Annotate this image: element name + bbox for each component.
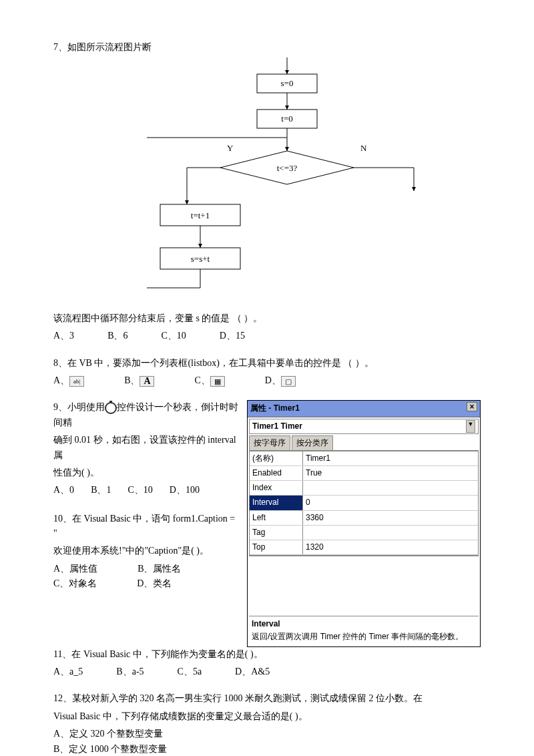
q7-opt-d: D、15 bbox=[220, 329, 245, 343]
q10-opt-d: D、类名 bbox=[137, 576, 172, 591]
properties-window: 属性 - Timer1 × Timer1 Timer ▼ 按字母序 按分类序 (… bbox=[247, 400, 481, 646]
desc-body: 返回/设置两次调用 Timer 控件的 Timer 事件间隔的毫秒数。 bbox=[252, 632, 463, 641]
q7-opt-b: B、6 bbox=[107, 329, 127, 343]
q9-opt-a: A、0 bbox=[53, 483, 74, 498]
q8-opt-d: D、▢ bbox=[265, 373, 296, 388]
q8-opt-c: C、▦ bbox=[194, 373, 224, 388]
question-8: 8、在 VB 中，要添加一个列表框(listbox)，在工具箱中要单击的控件是 … bbox=[53, 356, 481, 389]
q11-opt-d: D、A&5 bbox=[235, 665, 270, 679]
shape-icon: ▢ bbox=[281, 376, 296, 387]
flow-y-label: Y bbox=[227, 143, 234, 153]
question-12: 12、某校对新入学的 320 名高一男生实行 1000 米耐久跑测试，测试成绩保… bbox=[53, 691, 481, 756]
properties-title-text: 属性 - Timer1 bbox=[250, 402, 300, 415]
q7-opt-a: A、3 bbox=[53, 329, 74, 343]
q11-opt-a: A、a_5 bbox=[53, 665, 83, 679]
q12-line1: 12、某校对新入学的 320 名高一男生实行 1000 米耐久跑测试，测试成绩保… bbox=[53, 691, 481, 706]
q9-q10-row: 9、小明使用控件设计一个秒表，倒计时时间精 确到 0.01 秒，如右图，设置该控… bbox=[53, 400, 481, 646]
question-11: 11、在 Visual Basic 中，下列能作为变量名的是( )。 A、a_5… bbox=[53, 647, 481, 680]
properties-grid: (名称)Timer1 EnabledTrue Index Interval0 L… bbox=[249, 451, 479, 556]
prop-row-name[interactable]: (名称)Timer1 bbox=[250, 451, 478, 466]
question-10: 10、在 Visual Basic 中，语句 form1.Caption = "… bbox=[53, 512, 240, 592]
flow-s0: s=0 bbox=[281, 78, 294, 88]
tab-alphabetic[interactable]: 按字母序 bbox=[249, 435, 290, 450]
q7-title: 7、如图所示流程图片断 bbox=[53, 40, 481, 55]
q9-line2: 确到 0.01 秒，如右图，设置该控件的 interval 属 bbox=[53, 433, 240, 463]
q11-opt-b: B、a-5 bbox=[116, 665, 144, 679]
q10-line1: 10、在 Visual Basic 中，语句 form1.Caption = " bbox=[53, 512, 240, 542]
q11-opt-c: C、5a bbox=[178, 665, 202, 679]
q7-after: 该流程图中循环部分结束后，变量 s 的值是 （ ）。 bbox=[53, 311, 481, 326]
q8-opt-b: B、A bbox=[124, 373, 154, 388]
q7-opt-c: C、10 bbox=[161, 329, 186, 343]
q10-opt-a: A、属性值 bbox=[53, 562, 97, 576]
listbox-icon: ▦ bbox=[210, 376, 225, 387]
prop-row-left[interactable]: Left3360 bbox=[250, 511, 478, 526]
prop-row-interval[interactable]: Interval0 bbox=[250, 496, 478, 510]
flow-step2: s=s+t bbox=[191, 254, 210, 264]
properties-tabs: 按字母序 按分类序 bbox=[249, 435, 479, 451]
object-combo-text: Timer1 Timer bbox=[252, 420, 302, 433]
q11-text: 11、在 Visual Basic 中，下列能作为变量名的是( )。 bbox=[53, 647, 481, 662]
q9-opt-b: B、1 bbox=[91, 483, 111, 498]
tab-categorized[interactable]: 按分类序 bbox=[292, 435, 333, 450]
flow-n-label: N bbox=[360, 143, 367, 153]
prop-row-tag[interactable]: Tag bbox=[250, 526, 478, 540]
chevron-down-icon[interactable]: ▼ bbox=[466, 420, 475, 433]
q10-options-row1: A、属性值 B、属性名 bbox=[53, 562, 240, 576]
q9-line1: 9、小明使用控件设计一个秒表，倒计时时间精 bbox=[53, 400, 240, 430]
flowchart: s=0 t=0 t<=3? Y N t=t+1 s=s+t bbox=[147, 57, 481, 303]
q11-options: A、a_5 B、a-5 C、5a D、A&5 bbox=[53, 665, 481, 679]
prop-row-enabled[interactable]: EnabledTrue bbox=[250, 466, 478, 481]
q9-opt-c: C、10 bbox=[127, 483, 152, 498]
q12-opt-a: A、定义 320 个整数型变量 bbox=[53, 727, 481, 741]
object-combo[interactable]: Timer1 Timer ▼ bbox=[249, 419, 479, 434]
question-7: 7、如图所示流程图片断 s=0 t=0 t<=3? Y bbox=[53, 40, 481, 344]
prop-row-top[interactable]: Top1320 bbox=[250, 540, 478, 555]
q10-opt-b: B、属性名 bbox=[138, 562, 181, 576]
q12-line2: Visual Basic 中，下列存储成绩数据的变量定义最合适的是( )。 bbox=[53, 709, 481, 724]
q9-opt-d: D、100 bbox=[170, 483, 200, 498]
properties-blank-area bbox=[249, 556, 479, 616]
timer-icon bbox=[105, 402, 117, 414]
flow-cond: t<=3? bbox=[277, 163, 298, 173]
q7-options: A、3 B、6 C、10 D、15 bbox=[53, 329, 481, 343]
label-icon: A bbox=[140, 376, 154, 387]
close-icon[interactable]: × bbox=[467, 402, 477, 411]
textbox-icon: ab| bbox=[69, 376, 84, 387]
q9-options: A、0 B、1 C、10 D、100 bbox=[53, 483, 240, 498]
properties-titlebar: 属性 - Timer1 × bbox=[248, 401, 480, 417]
q8-options: A、ab| B、A C、▦ D、▢ bbox=[53, 373, 481, 388]
flow-step1: t=t+1 bbox=[191, 210, 210, 220]
q10-line2: 欢迎使用本系统!"中的"Caption"是( )。 bbox=[53, 544, 240, 558]
flowchart-svg: s=0 t=0 t<=3? Y N t=t+1 s=s+t bbox=[147, 57, 427, 298]
desc-title: Interval bbox=[252, 618, 476, 630]
q9-line3: 性值为( )。 bbox=[53, 465, 240, 480]
prop-row-index[interactable]: Index bbox=[250, 481, 478, 496]
q8-opt-a: A、ab| bbox=[53, 373, 84, 388]
q8-text: 8、在 VB 中，要添加一个列表框(listbox)，在工具箱中要单击的控件是 … bbox=[53, 356, 481, 371]
properties-description: Interval 返回/设置两次调用 Timer 控件的 Timer 事件间隔的… bbox=[249, 616, 479, 644]
q10-options-row2: C、对象名 D、类名 bbox=[53, 576, 240, 591]
question-9: 9、小明使用控件设计一个秒表，倒计时时间精 确到 0.01 秒，如右图，设置该控… bbox=[53, 400, 240, 498]
flow-t0: t=0 bbox=[281, 114, 292, 124]
q10-opt-c: C、对象名 bbox=[53, 576, 97, 591]
q12-opt-b: B、定义 1000 个整数型变量 bbox=[53, 742, 481, 756]
